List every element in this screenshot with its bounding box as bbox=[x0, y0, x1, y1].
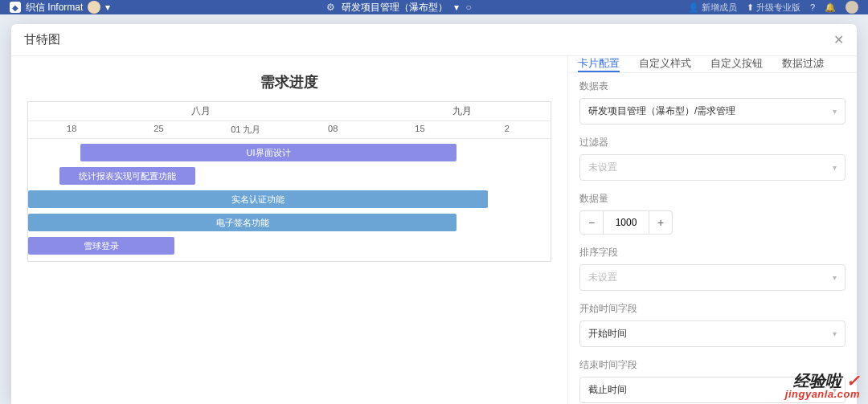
help-icon[interactable]: ? bbox=[810, 2, 815, 12]
brand-name: 织信 Informat bbox=[26, 1, 83, 14]
logo-icon: ◆ bbox=[10, 2, 21, 13]
workspace-title[interactable]: 研发项目管理（瀑布型） bbox=[342, 1, 448, 14]
bell-icon[interactable]: 🔔 bbox=[825, 2, 836, 13]
add-member-button[interactable]: 👤 新增成员 bbox=[688, 2, 737, 14]
more-icon[interactable]: ○ bbox=[465, 2, 471, 13]
avatar[interactable] bbox=[88, 1, 100, 14]
user-avatar[interactable] bbox=[845, 1, 858, 14]
app-header: ◆ 织信 Informat ▾ ⚙ 研发项目管理（瀑布型） ▾ ○ 👤 新增成员… bbox=[0, 0, 868, 14]
chevron-down-icon[interactable]: ▾ bbox=[454, 2, 459, 13]
upgrade-button[interactable]: ⬆ 升级专业版 bbox=[747, 2, 800, 14]
gear-icon[interactable]: ⚙ bbox=[326, 2, 335, 13]
